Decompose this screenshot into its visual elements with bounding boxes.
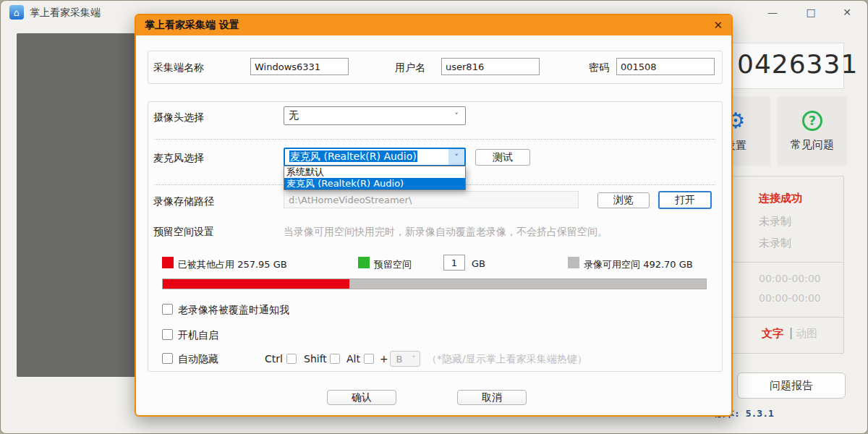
free-space-label: 录像可用空间 492.70 GB (584, 258, 693, 271)
maximize-icon[interactable]: □ (796, 4, 825, 21)
mic-option-realtek[interactable]: 麦克风 (Realtek(R) Audio) (284, 178, 465, 190)
panel-divider (725, 262, 843, 263)
storage-path-field[interactable]: d:\AtHomeVideoStreamer\ (284, 191, 579, 208)
password-input[interactable] (616, 58, 715, 75)
hotkey-hint: （*隐藏/显示掌上看家采集端热键） (427, 353, 587, 366)
reserved-space-legend-label: 预留空间 (374, 258, 412, 271)
question-circle-icon: ? (802, 111, 822, 131)
gif-mode-toggle[interactable]: 动图 (796, 327, 817, 341)
reserved-space-description: 当录像可用空间快用完时，新录像自动覆盖老录像，不会挤占保留空间。 (284, 226, 608, 239)
dialog-header: 掌上看家采集端 设置 ✕ (136, 15, 731, 35)
audio-record-status: 未录制 (759, 237, 791, 250)
report-button[interactable]: 问题报告 (737, 373, 846, 399)
camera-select-value: 无 (284, 109, 448, 122)
mic-select-value: 麦克风 (Realtek(R) Audio) (289, 150, 417, 162)
autostart-checkbox-label: 开机自启 (178, 329, 218, 342)
minimize-icon[interactable]: — (758, 4, 787, 21)
ctrl-key-label: Ctrl (265, 353, 283, 365)
notify-checkbox-label: 老录像将被覆盖时通知我 (178, 304, 289, 317)
schedule-time-2: 00:00-00:00 (759, 292, 821, 304)
mic-option-default[interactable]: 系统默认 (284, 166, 465, 178)
row-divider (155, 139, 715, 140)
chevron-down-icon: ˅ (448, 149, 464, 165)
space-used-bar (163, 279, 349, 289)
alt-key-label: Alt (346, 353, 360, 365)
hotkey-key-combobox[interactable]: B ˅ (390, 351, 420, 367)
schedule-time-1: 00:00-00:00 (759, 273, 821, 284)
mode-separator: | (789, 326, 793, 339)
client-name-input[interactable] (250, 58, 349, 75)
disk-usage-bar (162, 278, 707, 289)
connection-status: 连接成功 (759, 192, 802, 205)
alt-key-checkbox[interactable] (364, 354, 374, 364)
settings-dialog: 掌上看家采集端 设置 ✕ 采集端名称 用户名 密码 摄像头选择 无 ˅ 麦克风选… (135, 14, 733, 417)
cancel-button[interactable]: 取消 (457, 390, 527, 405)
username-label: 用户名 (395, 61, 425, 75)
camera-record-status: 未录制 (759, 215, 791, 229)
shift-key-label: Shift (304, 353, 327, 365)
autohide-checkbox-label: 自动隐藏 (178, 353, 218, 366)
autohide-checkbox[interactable] (162, 353, 173, 364)
panel-divider (725, 317, 843, 318)
client-name-label: 采集端名称 (153, 61, 204, 75)
chevron-down-icon: ˅ (448, 111, 465, 121)
window-title: 掌上看家采集端 (30, 7, 101, 20)
dialog-title: 掌上看家采集端 设置 (145, 19, 713, 32)
cid-number: 0426331 (737, 49, 858, 79)
autostart-checkbox[interactable] (162, 329, 173, 340)
username-input[interactable] (441, 58, 540, 75)
reserved-space-swatch (358, 257, 370, 268)
faq-tile[interactable]: ? 常见问题 (778, 96, 847, 166)
mic-select-combobox[interactable]: 麦克风 (Realtek(R) Audio) ˅ (284, 148, 466, 166)
notify-checkbox[interactable] (162, 304, 173, 315)
close-icon[interactable]: ✕ (833, 4, 861, 21)
browse-button[interactable]: 浏览 (597, 192, 650, 208)
used-space-label: 已被其他占用 257.95 GB (178, 258, 287, 271)
mic-select-label: 麦克风选择 (153, 152, 204, 165)
mic-test-button[interactable]: 测试 (475, 149, 530, 166)
hotkey-key-value: B (391, 354, 408, 365)
password-label: 密码 (589, 61, 609, 75)
plus-sign: + (380, 353, 388, 365)
app-icon: ⌂ (9, 5, 24, 20)
confirm-button[interactable]: 确认 (327, 390, 396, 405)
storage-path-label: 录像存储路径 (153, 195, 214, 208)
text-mode-toggle[interactable]: 文字 (762, 327, 783, 341)
free-space-swatch (568, 257, 579, 268)
chevron-down-icon: ˅ (408, 354, 420, 364)
shift-key-checkbox[interactable] (330, 354, 340, 364)
camera-select-label: 摄像头选择 (153, 111, 204, 124)
ctrl-key-checkbox[interactable] (286, 354, 297, 364)
used-space-swatch (162, 257, 174, 268)
dialog-close-icon[interactable]: ✕ (713, 19, 723, 32)
camera-select-combobox[interactable]: 无 ˅ (284, 106, 466, 125)
reserved-space-unit: GB (472, 258, 485, 269)
reserved-space-input[interactable] (443, 255, 465, 271)
mic-dropdown-list: 系统默认 麦克风 (Realtek(R) Audio) (284, 166, 466, 190)
reserved-space-label: 预留空间设置 (153, 226, 214, 239)
faq-tile-label: 常见问题 (791, 138, 834, 152)
open-button[interactable]: 打开 (658, 191, 712, 209)
